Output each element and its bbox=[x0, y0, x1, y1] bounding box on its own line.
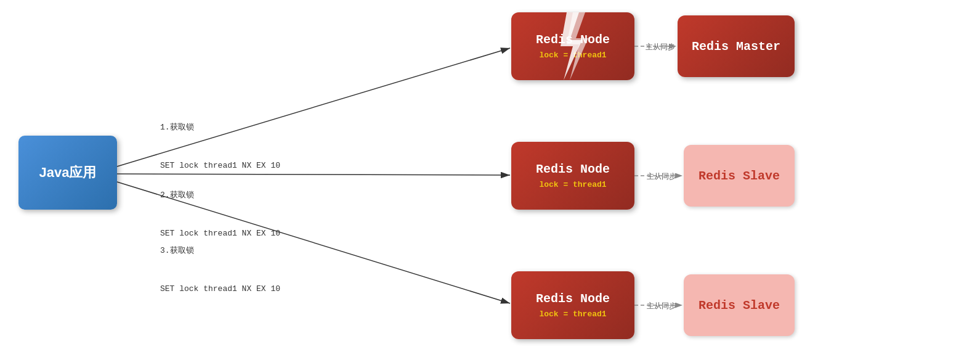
redis-node-1-lock: lock = thread1 bbox=[539, 51, 606, 60]
label2-line1: 2.获取锁 bbox=[160, 189, 280, 202]
redis-slave-1-label: Redis Slave bbox=[699, 169, 780, 183]
main-canvas: Java应用 Redis Node lock = thread1 Redis N… bbox=[0, 0, 980, 357]
redis-master-label: Redis Master bbox=[692, 39, 780, 54]
redis-node-1-title: Redis Node bbox=[536, 33, 610, 47]
sync-label-1: 主从同步 bbox=[646, 42, 675, 52]
redis-node-3: Redis Node lock = thread1 bbox=[511, 271, 634, 339]
redis-slave-2: Redis Slave bbox=[684, 274, 795, 336]
redis-node-1: Redis Node lock = thread1 bbox=[511, 12, 634, 80]
sync-label-2: 主从同步 bbox=[647, 171, 676, 182]
label1-line1: 1.获取锁 bbox=[160, 121, 280, 134]
sync-label-3: 主从同步 bbox=[647, 301, 676, 311]
java-app-label: Java应用 bbox=[39, 163, 97, 182]
redis-node-2-lock: lock = thread1 bbox=[539, 180, 606, 189]
redis-slave-1: Redis Slave bbox=[684, 145, 795, 207]
redis-slave-2-label: Redis Slave bbox=[699, 298, 780, 313]
redis-node-3-title: Redis Node bbox=[536, 292, 610, 306]
redis-node-2: Redis Node lock = thread1 bbox=[511, 142, 634, 210]
arrow-label-3: 3.获取锁 SET lock thread1 NX EX 10 bbox=[160, 219, 280, 321]
label3-line2: SET lock thread1 NX EX 10 bbox=[160, 283, 280, 296]
redis-node-2-title: Redis Node bbox=[536, 162, 610, 176]
redis-master-box: Redis Master bbox=[678, 15, 795, 77]
java-app-box: Java应用 bbox=[18, 136, 117, 210]
redis-node-3-lock: lock = thread1 bbox=[539, 310, 606, 319]
arrows-svg bbox=[0, 0, 980, 357]
label3-line1: 3.获取锁 bbox=[160, 245, 280, 258]
